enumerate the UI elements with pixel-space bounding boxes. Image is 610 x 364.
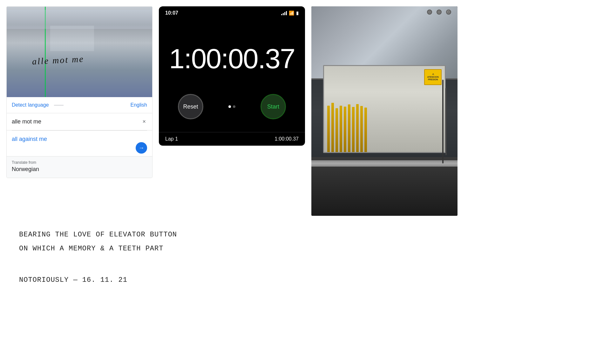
bottom-section: BEARING THE LOVE OF ELEVATOR BUTTON ON W…	[0, 216, 222, 294]
fin-7	[352, 107, 355, 152]
poem-line-3	[19, 256, 216, 269]
stopwatch-panel: 10:07 📶 ▮ 1:00:00.37 Reset	[159, 6, 305, 146]
translated-text: all against me	[12, 136, 147, 142]
poem-line-1: BEARING THE LOVE OF ELEVATOR BUTTON	[19, 228, 216, 241]
translate-image-bg: alle mot me	[7, 7, 152, 97]
output-area: all against me →	[7, 131, 152, 156]
cables-area	[441, 80, 450, 163]
language-selector-row: Detect language English	[7, 97, 152, 113]
page-dot-2	[233, 105, 235, 108]
translate-panel: alle mot me Detect language English ×	[6, 6, 152, 178]
fin-1	[327, 106, 330, 152]
fin-2	[331, 103, 334, 152]
signal-bar-3	[284, 12, 285, 15]
main-layout: alle mot me Detect language English ×	[0, 0, 610, 294]
phone-time: 10:07	[165, 10, 178, 16]
lap-row: Lap 1 1:00:00.37	[159, 132, 305, 146]
page-dot-1	[228, 105, 231, 108]
fin-3	[336, 108, 338, 152]
signal-bar-2	[283, 13, 284, 15]
reflection-mid	[50, 26, 94, 51]
poem-line-4: NOTORIOUSLY — 16. 11. 21	[19, 274, 216, 287]
clear-button[interactable]: ×	[141, 117, 147, 126]
machine-body: ⚠ATENCIONPRESION	[323, 65, 446, 153]
cable-1	[442, 80, 444, 163]
translate-from-label: Translate from	[12, 160, 147, 165]
phone-status-bar: 10:07 📶 ▮	[159, 6, 305, 17]
cable-2	[445, 88, 447, 155]
warning-text: ⚠ATENCIONPRESION	[427, 73, 439, 81]
top-row: alle mot me Detect language English ×	[0, 0, 610, 216]
warning-label: ⚠ATENCIONPRESION	[424, 69, 442, 85]
signal-bar-1	[281, 14, 282, 15]
bolt-1	[446, 10, 451, 15]
translate-input[interactable]	[12, 118, 141, 125]
machine-image: ⚠ATENCIONPRESION	[311, 6, 458, 216]
fin-5	[344, 107, 346, 152]
status-icons: 📶 ▮	[281, 10, 299, 16]
machine-panel: ⚠ATENCIONPRESION	[311, 6, 458, 216]
battery-icon: ▮	[296, 10, 299, 16]
forward-button[interactable]: →	[136, 142, 147, 154]
graffiti-image-text: alle mot me	[32, 54, 84, 67]
machine-bottom	[311, 157, 458, 216]
language-divider	[54, 105, 64, 105]
stopwatch-buttons-row: Reset Start	[159, 94, 305, 132]
wifi-icon: 📶	[289, 10, 294, 16]
forward-arrow-icon: →	[139, 145, 144, 151]
fin-6	[348, 104, 350, 152]
input-area: ×	[7, 113, 152, 130]
signal-bars-icon	[281, 11, 287, 15]
poem-line-2: ON WHICH A MEMORY & A TEETH PART	[19, 242, 216, 255]
bolt-2	[437, 10, 442, 15]
fin-10	[364, 108, 367, 152]
detect-language-button[interactable]: Detect language	[12, 101, 49, 109]
reset-button[interactable]: Reset	[178, 94, 203, 119]
target-language-button[interactable]: English	[131, 102, 147, 108]
machine-fins	[327, 100, 423, 152]
fin-8	[356, 104, 359, 152]
horizontal-rail	[311, 160, 458, 167]
lap-time: 1:00:00.37	[274, 136, 299, 142]
bolt-3	[427, 10, 432, 15]
start-button[interactable]: Start	[261, 94, 286, 119]
page-dots-indicator	[228, 105, 235, 108]
lap-label: Lap 1	[165, 136, 178, 142]
signal-bar-4	[286, 11, 287, 15]
handwritten-poem: BEARING THE LOVE OF ELEVATOR BUTTON ON W…	[19, 228, 216, 286]
fin-9	[360, 106, 363, 152]
translate-from-value: Norwegian	[12, 166, 147, 173]
fin-4	[340, 106, 342, 152]
translate-from-section: Translate from Norwegian	[7, 156, 152, 178]
stopwatch-time-display: 1:00:00.37	[159, 17, 305, 94]
translate-image: alle mot me	[7, 7, 152, 97]
